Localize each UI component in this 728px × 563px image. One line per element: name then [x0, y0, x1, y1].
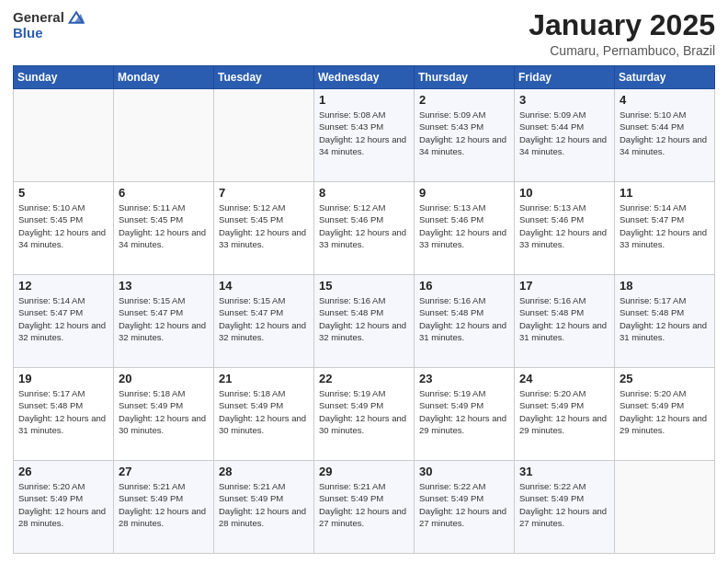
- day-info: Sunrise: 5:17 AMSunset: 5:48 PMDaylight:…: [620, 294, 710, 343]
- day-number: 15: [319, 279, 409, 293]
- day-number: 18: [620, 279, 710, 293]
- logo-icon: [68, 9, 85, 26]
- calendar-cell: 24Sunrise: 5:20 AMSunset: 5:49 PMDayligh…: [515, 368, 615, 461]
- calendar-cell: 5Sunrise: 5:10 AMSunset: 5:45 PMDaylight…: [14, 182, 114, 275]
- day-number: 10: [519, 186, 609, 200]
- day-info: Sunrise: 5:16 AMSunset: 5:48 PMDaylight:…: [319, 294, 409, 343]
- calendar-cell: 22Sunrise: 5:19 AMSunset: 5:49 PMDayligh…: [314, 368, 415, 461]
- calendar-cell: 10Sunrise: 5:13 AMSunset: 5:46 PMDayligh…: [515, 182, 615, 275]
- day-number: 28: [219, 465, 309, 478]
- day-number: 6: [119, 186, 209, 200]
- day-info: Sunrise: 5:09 AMSunset: 5:44 PMDaylight:…: [519, 109, 609, 157]
- day-info: Sunrise: 5:13 AMSunset: 5:46 PMDaylight:…: [519, 201, 609, 250]
- logo-blue: Blue: [13, 26, 43, 41]
- day-number: 11: [620, 186, 710, 200]
- day-number: 12: [18, 279, 108, 293]
- day-info: Sunrise: 5:20 AMSunset: 5:49 PMDaylight:…: [519, 387, 609, 436]
- calendar-cell: 16Sunrise: 5:16 AMSunset: 5:48 PMDayligh…: [415, 275, 515, 368]
- calendar-cell: 2Sunrise: 5:09 AMSunset: 5:43 PMDaylight…: [415, 89, 515, 182]
- day-number: 26: [18, 465, 108, 478]
- calendar-week-4: 19Sunrise: 5:17 AMSunset: 5:48 PMDayligh…: [14, 368, 715, 461]
- day-number: 1: [319, 93, 409, 107]
- day-info: Sunrise: 5:10 AMSunset: 5:45 PMDaylight:…: [18, 201, 108, 250]
- calendar-cell: 3Sunrise: 5:09 AMSunset: 5:44 PMDaylight…: [515, 89, 615, 182]
- calendar-cell: 15Sunrise: 5:16 AMSunset: 5:48 PMDayligh…: [314, 275, 415, 368]
- calendar-cell: 6Sunrise: 5:11 AMSunset: 5:45 PMDaylight…: [114, 182, 214, 275]
- calendar-cell: 8Sunrise: 5:12 AMSunset: 5:46 PMDaylight…: [314, 182, 415, 275]
- day-number: 29: [319, 465, 409, 478]
- day-info: Sunrise: 5:22 AMSunset: 5:49 PMDaylight:…: [419, 480, 509, 529]
- day-info: Sunrise: 5:18 AMSunset: 5:49 PMDaylight:…: [219, 387, 309, 436]
- day-number: 27: [119, 465, 209, 478]
- page: General Blue January 2025 Cumaru, Pernam…: [0, 0, 728, 563]
- calendar-cell: 20Sunrise: 5:18 AMSunset: 5:49 PMDayligh…: [114, 368, 214, 461]
- calendar-cell: 23Sunrise: 5:19 AMSunset: 5:49 PMDayligh…: [415, 368, 515, 461]
- day-number: 23: [419, 372, 509, 385]
- weekday-header-saturday: Saturday: [615, 66, 715, 89]
- day-info: Sunrise: 5:15 AMSunset: 5:47 PMDaylight:…: [119, 294, 209, 343]
- calendar-cell: 17Sunrise: 5:16 AMSunset: 5:48 PMDayligh…: [515, 275, 615, 368]
- day-number: 24: [519, 372, 609, 385]
- calendar: SundayMondayTuesdayWednesdayThursdayFrid…: [13, 65, 715, 554]
- title-block: January 2025 Cumaru, Pernambuco, Brazil: [529, 9, 715, 58]
- weekday-header-friday: Friday: [515, 66, 615, 89]
- calendar-cell: 9Sunrise: 5:13 AMSunset: 5:46 PMDaylight…: [415, 182, 515, 275]
- day-info: Sunrise: 5:13 AMSunset: 5:46 PMDaylight:…: [419, 201, 509, 250]
- day-info: Sunrise: 5:18 AMSunset: 5:49 PMDaylight:…: [119, 387, 209, 436]
- weekday-header-tuesday: Tuesday: [214, 66, 314, 89]
- day-number: 3: [519, 93, 609, 107]
- calendar-cell: 26Sunrise: 5:20 AMSunset: 5:49 PMDayligh…: [14, 461, 114, 554]
- day-info: Sunrise: 5:10 AMSunset: 5:44 PMDaylight:…: [620, 109, 710, 157]
- calendar-cell: [615, 461, 715, 554]
- calendar-cell: 21Sunrise: 5:18 AMSunset: 5:49 PMDayligh…: [214, 368, 314, 461]
- day-info: Sunrise: 5:16 AMSunset: 5:48 PMDaylight:…: [419, 294, 509, 343]
- calendar-cell: [214, 89, 314, 182]
- calendar-week-1: 1Sunrise: 5:08 AMSunset: 5:43 PMDaylight…: [14, 89, 715, 182]
- calendar-cell: 27Sunrise: 5:21 AMSunset: 5:49 PMDayligh…: [114, 461, 214, 554]
- svg-marker-1: [74, 14, 84, 23]
- day-info: Sunrise: 5:21 AMSunset: 5:49 PMDaylight:…: [219, 480, 309, 529]
- day-number: 2: [419, 93, 509, 107]
- day-number: 14: [219, 279, 309, 293]
- day-info: Sunrise: 5:12 AMSunset: 5:46 PMDaylight:…: [319, 201, 409, 250]
- day-number: 5: [18, 186, 108, 200]
- day-number: 20: [119, 372, 209, 385]
- day-info: Sunrise: 5:20 AMSunset: 5:49 PMDaylight:…: [18, 480, 108, 529]
- calendar-cell: [114, 89, 214, 182]
- location-title: Cumaru, Pernambuco, Brazil: [529, 43, 715, 58]
- day-info: Sunrise: 5:19 AMSunset: 5:49 PMDaylight:…: [419, 387, 509, 436]
- calendar-cell: 12Sunrise: 5:14 AMSunset: 5:47 PMDayligh…: [14, 275, 114, 368]
- day-info: Sunrise: 5:11 AMSunset: 5:45 PMDaylight:…: [119, 201, 209, 250]
- day-info: Sunrise: 5:22 AMSunset: 5:49 PMDaylight:…: [519, 480, 609, 529]
- day-number: 19: [18, 372, 108, 385]
- calendar-cell: [14, 89, 114, 182]
- day-number: 13: [119, 279, 209, 293]
- calendar-week-3: 12Sunrise: 5:14 AMSunset: 5:47 PMDayligh…: [14, 275, 715, 368]
- header: General Blue January 2025 Cumaru, Pernam…: [13, 9, 715, 58]
- day-number: 17: [519, 279, 609, 293]
- weekday-header-monday: Monday: [114, 66, 214, 89]
- calendar-cell: 13Sunrise: 5:15 AMSunset: 5:47 PMDayligh…: [114, 275, 214, 368]
- logo-general: General: [13, 10, 64, 26]
- calendar-cell: 7Sunrise: 5:12 AMSunset: 5:45 PMDaylight…: [214, 182, 314, 275]
- day-number: 22: [319, 372, 409, 385]
- calendar-cell: 14Sunrise: 5:15 AMSunset: 5:47 PMDayligh…: [214, 275, 314, 368]
- day-number: 9: [419, 186, 509, 200]
- calendar-cell: 1Sunrise: 5:08 AMSunset: 5:43 PMDaylight…: [314, 89, 415, 182]
- calendar-week-2: 5Sunrise: 5:10 AMSunset: 5:45 PMDaylight…: [14, 182, 715, 275]
- day-number: 7: [219, 186, 309, 200]
- calendar-cell: 31Sunrise: 5:22 AMSunset: 5:49 PMDayligh…: [515, 461, 615, 554]
- weekday-header-row: SundayMondayTuesdayWednesdayThursdayFrid…: [14, 66, 715, 89]
- day-number: 30: [419, 465, 509, 478]
- day-number: 8: [319, 186, 409, 200]
- calendar-cell: 11Sunrise: 5:14 AMSunset: 5:47 PMDayligh…: [615, 182, 715, 275]
- calendar-cell: 18Sunrise: 5:17 AMSunset: 5:48 PMDayligh…: [615, 275, 715, 368]
- day-info: Sunrise: 5:09 AMSunset: 5:43 PMDaylight:…: [419, 109, 509, 157]
- day-info: Sunrise: 5:21 AMSunset: 5:49 PMDaylight:…: [119, 480, 209, 529]
- day-info: Sunrise: 5:12 AMSunset: 5:45 PMDaylight:…: [219, 201, 309, 250]
- calendar-week-5: 26Sunrise: 5:20 AMSunset: 5:49 PMDayligh…: [14, 461, 715, 554]
- day-info: Sunrise: 5:16 AMSunset: 5:48 PMDaylight:…: [519, 294, 609, 343]
- day-number: 31: [519, 465, 609, 478]
- calendar-cell: 29Sunrise: 5:21 AMSunset: 5:49 PMDayligh…: [314, 461, 415, 554]
- day-info: Sunrise: 5:21 AMSunset: 5:49 PMDaylight:…: [319, 480, 409, 529]
